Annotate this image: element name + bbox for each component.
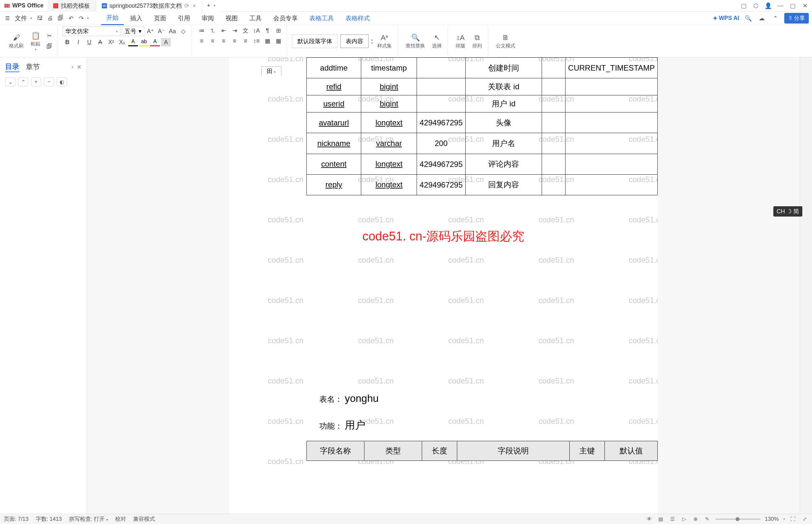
newtab-dd-icon[interactable]: ▾: [214, 3, 216, 8]
table-cell[interactable]: bigint: [361, 95, 417, 113]
sidebar-next-icon[interactable]: ›: [71, 64, 73, 70]
table-cell[interactable]: avatarurl: [307, 113, 361, 133]
wps-ai-button[interactable]: ✦WPS AI: [713, 15, 739, 22]
status-spell[interactable]: 拼写检查: 打开 ▾: [69, 515, 108, 523]
table-cell[interactable]: [565, 113, 658, 133]
menu-review[interactable]: 审阅: [197, 12, 219, 25]
table-cell[interactable]: 200: [417, 133, 465, 154]
grow-font-icon[interactable]: A⁺: [146, 27, 155, 35]
eye-icon[interactable]: 👁: [646, 515, 653, 523]
remove-icon[interactable]: −: [44, 77, 54, 86]
status-compat[interactable]: 兼容模式: [133, 515, 155, 523]
table-cell[interactable]: 回复内容: [465, 174, 542, 195]
style-default[interactable]: 默认段落字体: [292, 34, 338, 48]
number-list-icon[interactable]: ⒈: [208, 27, 217, 35]
superscript-icon[interactable]: X²: [106, 38, 116, 46]
status-words[interactable]: 字数: 1413: [36, 515, 62, 523]
tab-template[interactable]: 找稻壳模板: [47, 0, 96, 12]
table-cell[interactable]: [417, 58, 465, 78]
table-cell[interactable]: [565, 78, 658, 95]
highlight-icon[interactable]: ab: [139, 38, 149, 46]
table-header-cell[interactable]: 类型: [364, 441, 422, 461]
table-header-cell[interactable]: 字段说明: [457, 441, 569, 461]
menu-start[interactable]: 开始: [101, 12, 124, 25]
arrange-button[interactable]: ⧉排列: [470, 33, 485, 49]
minimize-icon[interactable]: —: [777, 3, 784, 9]
maximize-icon[interactable]: ▢: [790, 3, 796, 9]
table-cell[interactable]: refid: [307, 78, 361, 95]
qat-dd-icon[interactable]: ▾: [87, 16, 89, 20]
table-cell[interactable]: nickname: [307, 133, 361, 154]
copy-icon[interactable]: 🗐: [45, 42, 54, 51]
fit-icon[interactable]: ⛶: [790, 515, 797, 523]
tab-stop-icon[interactable]: ⊞: [274, 27, 283, 35]
new-tab[interactable]: + ▾: [202, 0, 220, 12]
table-handle[interactable]: 田▾: [261, 66, 281, 76]
play-icon[interactable]: ▷: [681, 515, 687, 523]
table-cell[interactable]: longtext: [361, 174, 417, 195]
zoom-level[interactable]: 130%: [765, 516, 779, 522]
panel-icon[interactable]: ▢: [741, 3, 747, 9]
official-mode-button[interactable]: 🗎公文模式: [493, 33, 518, 49]
cut-icon[interactable]: ✂: [45, 31, 54, 40]
file-menu[interactable]: 文件: [13, 13, 29, 23]
save-icon[interactable]: 🖫: [35, 14, 45, 23]
menu-page[interactable]: 页面: [149, 12, 171, 25]
table-cell[interactable]: addtime: [307, 58, 361, 78]
table-cell[interactable]: reply: [307, 174, 361, 195]
collapse-ribbon-icon[interactable]: ⌃: [771, 14, 780, 23]
table-cell[interactable]: [417, 78, 465, 95]
add-icon[interactable]: +: [31, 77, 41, 86]
share-button[interactable]: ⇧分享: [784, 13, 809, 23]
table-cell[interactable]: [565, 133, 658, 154]
print-icon[interactable]: 🖨: [46, 14, 55, 23]
sort-button[interactable]: ↕A排版: [453, 33, 468, 49]
pin-icon[interactable]: ✎: [704, 515, 711, 523]
format-painter-button[interactable]: 🖌格式刷: [6, 33, 26, 49]
change-case-icon[interactable]: Aa: [168, 27, 177, 35]
align-dist-icon[interactable]: ≡: [241, 37, 250, 45]
table-cell[interactable]: [417, 95, 465, 113]
menu-insert[interactable]: 插入: [125, 12, 148, 25]
tab-document[interactable]: W springboot25773数据库文档 ⟳ ✕: [96, 0, 202, 12]
styleset-button[interactable]: Aᵃ样式集: [375, 33, 394, 49]
sidebar-close-icon[interactable]: ✕: [77, 64, 82, 70]
bullet-list-icon[interactable]: ≔: [197, 27, 206, 35]
table-cell[interactable]: bigint: [361, 78, 417, 95]
table-cell[interactable]: [565, 95, 658, 113]
table-cell[interactable]: timestamp: [361, 58, 417, 78]
table-cell[interactable]: [542, 58, 565, 78]
table-cell[interactable]: 头像: [465, 113, 542, 133]
bold-icon[interactable]: B: [63, 38, 72, 46]
inc-indent-icon[interactable]: ⇥: [230, 27, 239, 35]
char-shading-icon[interactable]: A: [161, 38, 171, 46]
status-proof[interactable]: 校对: [115, 515, 126, 523]
table-cell[interactable]: [542, 95, 565, 113]
fullscreen-icon[interactable]: ⤢: [801, 515, 808, 523]
undo-icon[interactable]: ↶: [66, 14, 76, 23]
menu-table-style[interactable]: 表格样式: [340, 12, 375, 25]
close-window-icon[interactable]: ✕: [802, 3, 808, 9]
style-up-icon[interactable]: ▴: [371, 38, 373, 41]
avatar-icon[interactable]: 👤: [765, 3, 772, 9]
table-cell[interactable]: 关联表 id: [465, 78, 542, 95]
align-justify-icon[interactable]: ≡: [230, 37, 239, 45]
sidebar-tab-toc[interactable]: 目录: [5, 62, 19, 72]
align-right-icon[interactable]: ≡: [219, 37, 229, 45]
borders-icon[interactable]: ▦: [274, 37, 283, 45]
text-direction-icon[interactable]: 文: [241, 27, 250, 35]
table-cell[interactable]: content: [307, 154, 361, 174]
table-cell[interactable]: 4294967295: [417, 154, 465, 174]
table-cell[interactable]: 用户名: [465, 133, 542, 154]
table-cell[interactable]: userid: [307, 95, 361, 113]
strike-icon[interactable]: A: [95, 38, 105, 46]
zoom-slider[interactable]: [715, 519, 760, 520]
table-cell[interactable]: [542, 174, 565, 195]
status-page[interactable]: 页面: 7/13: [4, 515, 29, 523]
hamburger-icon[interactable]: ☰: [3, 13, 12, 23]
table-cell[interactable]: 创建时间: [465, 58, 542, 78]
table-cell[interactable]: 4294967295: [417, 174, 465, 195]
table-cell[interactable]: [542, 78, 565, 95]
document-area[interactable]: code51.cncode51.cncode51.cncode51.cncode…: [87, 58, 800, 514]
view-page-icon[interactable]: ▤: [657, 515, 664, 523]
